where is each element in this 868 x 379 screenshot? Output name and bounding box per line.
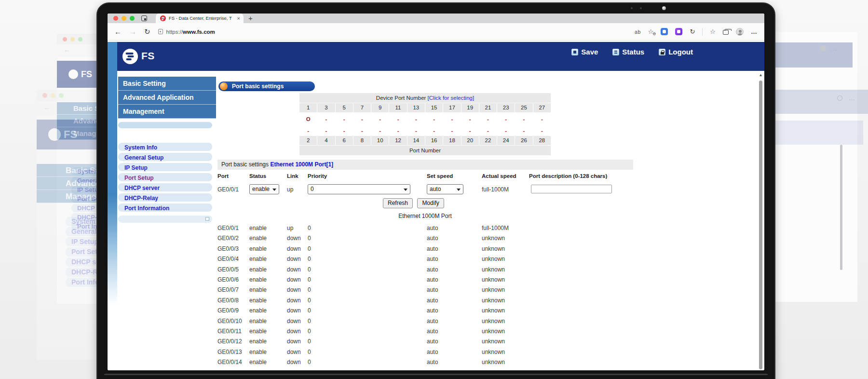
port-number-cell[interactable]: 6 (336, 136, 353, 145)
sidebar-link-dhcp-server[interactable]: DHCP server (124, 185, 160, 191)
port-status-cell[interactable]: - (371, 126, 389, 135)
sidebar-item-dhcp-server[interactable]: DHCP server (118, 183, 212, 191)
sidebar-link-port-information[interactable]: Port Information (124, 205, 169, 212)
port-number-cell[interactable]: 24 (497, 136, 515, 145)
port-number-cell[interactable]: 12 (389, 136, 407, 145)
port-number-cell[interactable]: 15 (425, 103, 443, 112)
port-status-cell[interactable]: - (479, 113, 497, 125)
port-status-cell[interactable]: - (353, 126, 371, 135)
port-status-cell[interactable]: - (407, 113, 425, 125)
refresh-button[interactable]: Refresh (383, 198, 413, 208)
port-status-cell[interactable]: - (533, 113, 551, 125)
status-select[interactable]: enable (249, 184, 279, 194)
port-number-cell[interactable]: 28 (533, 136, 551, 145)
port-status-cell[interactable]: - (389, 126, 407, 135)
port-number-cell[interactable]: 21 (479, 103, 497, 112)
port-number-cell[interactable]: 4 (317, 136, 335, 145)
sidebar-link-system-info[interactable]: System Info (124, 144, 157, 151)
port-number-cell[interactable]: 19 (461, 103, 479, 112)
port-status-cell[interactable]: - (299, 126, 317, 135)
port-number-cell[interactable]: 13 (407, 103, 425, 112)
sidebar-item-port-information[interactable]: Port Information (118, 203, 212, 212)
sidebar-link-general-setup[interactable]: General Setup (124, 154, 163, 161)
click-for-selecting-link[interactable]: [Click for selecting] (428, 95, 475, 101)
port-status-cell[interactable]: - (515, 113, 532, 125)
port-number-cell[interactable]: 20 (461, 136, 479, 145)
port-status-cell[interactable]: - (479, 126, 497, 135)
back-icon[interactable]: ← (114, 27, 122, 36)
reload-icon[interactable]: ↻ (144, 27, 150, 36)
sidebar-nav-advanced-application[interactable]: Advanced Application (118, 91, 216, 105)
port-status-cell[interactable]: - (461, 126, 479, 135)
sidebar-link-port-setup[interactable]: Port Setup (124, 175, 154, 181)
port-status-cell[interactable]: - (317, 113, 335, 125)
port-status-cell[interactable]: - (353, 113, 371, 125)
port-status-cell[interactable]: - (497, 126, 515, 135)
sidebar-item-general-setup[interactable]: General Setup (118, 153, 212, 161)
scrollbar-thumb[interactable] (759, 81, 762, 369)
port-number-cell[interactable]: 17 (443, 103, 461, 112)
port-description-input[interactable] (531, 185, 612, 193)
port-number-cell[interactable]: 23 (497, 103, 515, 112)
sidebar-link-dhcp-relay[interactable]: DHCP-Relay (124, 195, 158, 202)
port-number-cell[interactable]: 1 (299, 103, 317, 112)
window-zoom-button[interactable] (130, 16, 135, 21)
collections-icon[interactable] (723, 30, 729, 35)
port-status-cell[interactable]: O (299, 113, 317, 125)
sidebar-item-dhcp-relay[interactable]: DHCP-Relay (118, 193, 212, 202)
port-number-cell[interactable]: 11 (389, 103, 407, 112)
extension-blue-icon[interactable] (661, 28, 668, 35)
port-status-cell[interactable]: - (533, 126, 551, 135)
port-status-cell[interactable]: - (371, 113, 389, 125)
profile-avatar[interactable] (736, 28, 744, 36)
port-number-cell[interactable]: 2 (299, 136, 317, 145)
sidebar-nav-basic-setting[interactable]: Basic Setting (118, 77, 216, 91)
window-minimize-button[interactable] (122, 16, 126, 21)
priority-select[interactable]: 0 (308, 184, 410, 194)
scroll-up-icon[interactable]: ▲ (758, 73, 764, 77)
site-info-icon[interactable] (158, 29, 163, 34)
port-number-cell[interactable]: 16 (425, 136, 443, 145)
port-status-cell[interactable]: - (317, 126, 335, 135)
modify-button[interactable]: Modify (417, 198, 444, 208)
browser-tab[interactable]: FS - Data Center, Enterprise, T × (156, 14, 244, 23)
port-number-cell[interactable]: 7 (353, 103, 371, 112)
port-status-cell[interactable]: - (389, 113, 407, 125)
port-status-cell[interactable]: - (461, 113, 479, 125)
favorites-icon[interactable]: ☆ (710, 28, 716, 35)
port-number-cell[interactable]: 14 (407, 136, 425, 145)
ethernet-port-link[interactable]: Ethernet 1000M Port[1] (270, 161, 333, 168)
window-close-button[interactable] (113, 16, 118, 21)
port-status-cell[interactable]: - (443, 113, 461, 125)
set-speed-select[interactable]: auto (427, 184, 463, 194)
address-bar[interactable]: https://www.fs.com (166, 29, 215, 35)
port-number-cell[interactable]: 5 (336, 103, 353, 112)
port-status-cell[interactable]: - (407, 126, 425, 135)
read-aloud-icon[interactable]: ab (635, 29, 641, 35)
port-number-cell[interactable]: 8 (353, 136, 371, 145)
port-number-cell[interactable]: 3 (317, 103, 335, 112)
sidebar-item-system-info[interactable]: System Info (118, 143, 212, 151)
port-number-cell[interactable]: 25 (515, 103, 532, 112)
port-number-cell[interactable]: 26 (515, 136, 532, 145)
port-status-cell[interactable]: - (425, 126, 443, 135)
settings-menu-icon[interactable]: … (751, 28, 758, 35)
sidebar-nav-management[interactable]: Management (118, 105, 216, 119)
port-number-cell[interactable]: 22 (479, 136, 497, 145)
tab-overview-icon[interactable] (141, 15, 147, 21)
port-status-cell[interactable]: - (497, 113, 515, 125)
sidebar-item-port-setup[interactable]: Port Setup (118, 173, 212, 181)
sync-icon[interactable]: ↻ (690, 28, 695, 35)
port-number-cell[interactable]: 10 (371, 136, 389, 145)
tab-close-icon[interactable]: × (237, 14, 240, 23)
new-tab-button[interactable]: + (248, 14, 253, 23)
sidebar-item-ip-setup[interactable]: IP Setup (118, 163, 212, 171)
sidebar-link-ip-setup[interactable]: IP Setup (124, 164, 148, 171)
port-status-cell[interactable]: - (425, 113, 443, 125)
port-number-cell[interactable]: 18 (443, 136, 461, 145)
port-status-cell[interactable]: - (336, 113, 353, 125)
port-status-cell[interactable]: - (515, 126, 532, 135)
port-number-cell[interactable]: 27 (533, 103, 551, 112)
favorites-settings-icon[interactable]: ☆⚙ (648, 28, 654, 35)
extension-purple-icon[interactable] (675, 28, 682, 35)
